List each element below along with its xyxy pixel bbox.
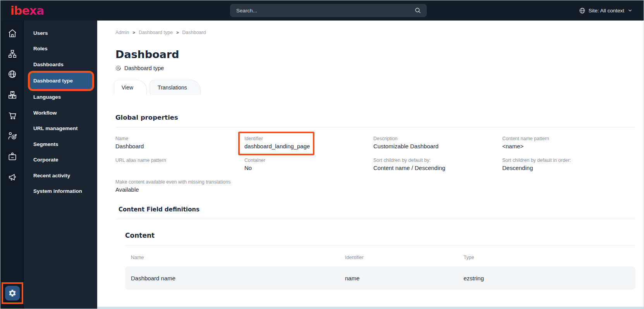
table-row[interactable]: Dashboard name name ezstring	[125, 266, 635, 290]
sidebar-item-dashboards[interactable]: Dashboards	[25, 57, 97, 72]
sidebar-item-languages[interactable]: Languages	[25, 89, 97, 105]
content-type-subtitle: Dashboard type	[115, 65, 644, 71]
content-field-definitions-heading: Content Field definitions	[118, 206, 635, 213]
view-tab-panel: Global properties Name Dashboard Identif…	[97, 95, 644, 290]
annotation-highlight	[2, 282, 23, 304]
cell-field-identifier: name	[339, 275, 458, 282]
breadcrumb-dashboard-type[interactable]: Dashboard type	[139, 30, 173, 35]
horizontal-scrollbar[interactable]	[97, 307, 644, 309]
site-context-dropdown[interactable]: Site: All context	[579, 0, 633, 21]
tab-bar: View Translations	[114, 80, 644, 95]
tab-view[interactable]: View	[114, 80, 147, 95]
commerce-cart-icon[interactable]	[0, 107, 24, 123]
app-window: ibexa Site: All context	[0, 0, 644, 309]
main-content: Admin > Dashboard type > Dashboard Dashb…	[97, 21, 644, 309]
corporate-badge-icon[interactable]	[0, 148, 24, 164]
site-globe-icon[interactable]	[0, 66, 24, 82]
field-content-name-pattern: Content name pattern <name>	[502, 136, 635, 151]
column-header-name: Name	[125, 255, 339, 260]
sidebar-item-dashboard-type[interactable]: Dashboard type	[30, 73, 92, 89]
settings-gear-button[interactable]	[5, 286, 20, 300]
sidebar-item-segments[interactable]: Segments	[25, 136, 97, 152]
breadcrumb-separator: >	[132, 30, 135, 35]
field-name: Name Dashboard	[115, 136, 244, 151]
icon-rail	[0, 21, 24, 309]
field-description: Description Customizable Dashboard	[373, 136, 502, 151]
content-group-heading: Content	[125, 232, 635, 239]
cell-field-name: Dashboard name	[125, 275, 339, 282]
top-bar: ibexa Site: All context	[0, 0, 644, 21]
search-bar[interactable]	[230, 4, 427, 17]
home-icon[interactable]	[0, 25, 24, 41]
sidebar-item-roles[interactable]: Roles	[25, 41, 97, 57]
breadcrumb-separator: >	[176, 30, 179, 35]
content-type-label: Dashboard type	[124, 65, 164, 71]
field-availability: Make content available even with missing…	[115, 179, 373, 194]
breadcrumb-admin[interactable]: Admin	[115, 30, 129, 35]
field-sort-children-order: Sort children by default in order: Desce…	[502, 158, 635, 173]
settings-annotation-box	[2, 282, 23, 304]
sidebar-item-users[interactable]: Users	[25, 25, 97, 41]
sidebar-item-corporate[interactable]: Corporate	[25, 152, 97, 168]
search-input[interactable]	[230, 8, 414, 14]
search-icon[interactable]	[414, 7, 421, 14]
page-title: Dashboard	[115, 48, 644, 60]
field-identifier: Identifier dashboard_landing_page	[238, 132, 314, 155]
breadcrumb-dashboard[interactable]: Dashboard	[182, 30, 206, 35]
ibexa-logo[interactable]: ibexa	[10, 4, 44, 17]
global-properties-heading: Global properties	[115, 114, 635, 121]
global-properties-grid: Name Dashboard Identifier dashboard_land…	[115, 136, 635, 194]
site-context-label: Site: All context	[589, 8, 624, 14]
field-container: Container No	[244, 158, 373, 173]
personalization-target-icon[interactable]	[0, 128, 24, 144]
divider	[115, 127, 635, 127]
column-header-identifier: Identifier	[339, 255, 458, 260]
sidebar-item-recent-activity[interactable]: Recent activity	[25, 168, 97, 184]
tab-translations[interactable]: Translations	[150, 80, 201, 95]
content-type-icon	[115, 65, 122, 71]
column-header-type: Type	[458, 255, 635, 260]
chevron-down-icon	[627, 8, 633, 13]
field-definitions-table: Name Identifier Type Dashboard name name…	[125, 252, 635, 290]
products-icon[interactable]	[0, 87, 24, 103]
field-url-alias-name-pattern: URL alias name pattern	[115, 158, 244, 173]
sidebar-item-workflow[interactable]: Workflow	[25, 105, 97, 121]
breadcrumb: Admin > Dashboard type > Dashboard	[115, 30, 644, 35]
divider	[125, 245, 635, 245]
field-sort-children-by: Sort children by default by: Content nam…	[373, 158, 502, 173]
table-header-row: Name Identifier Type	[125, 252, 635, 263]
globe-icon	[579, 7, 586, 14]
divider	[115, 219, 635, 219]
admin-sidebar: Users Roles Dashboards Dashboard type La…	[24, 21, 97, 309]
marketing-megaphone-icon[interactable]	[0, 169, 24, 185]
sidebar-item-system-information[interactable]: System information	[25, 184, 97, 199]
content-tree-icon[interactable]	[0, 46, 24, 62]
cell-field-type: ezstring	[458, 275, 635, 282]
sidebar-item-url-management[interactable]: URL management	[25, 121, 97, 137]
